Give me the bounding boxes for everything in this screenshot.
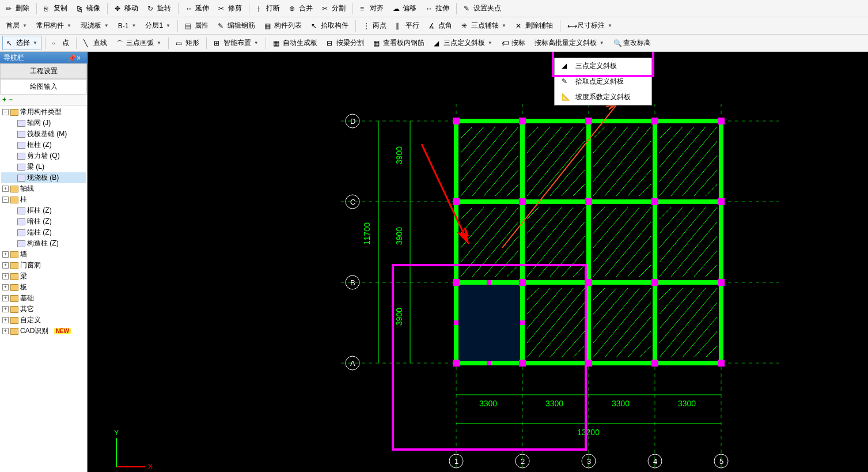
tab-project[interactable]: 工程设置 (0, 63, 87, 79)
popup-slope-coef[interactable]: 📐坡度系数定义斜板 (555, 89, 651, 105)
parallel-icon: ∥ (396, 22, 404, 30)
b1-select[interactable]: B-1▼ (115, 20, 140, 32)
move-button[interactable]: ✥移动 (111, 2, 142, 15)
common-select[interactable]: 常用构件▼ (33, 19, 75, 32)
del-aux-button[interactable]: ✕删除辅轴 (512, 19, 556, 32)
close-icon[interactable]: × (77, 54, 84, 61)
tree-remove-icon[interactable]: − (9, 96, 13, 104)
delete-button[interactable]: ✏删除 (2, 2, 33, 15)
rect-button[interactable]: ▭矩形 (172, 36, 203, 50)
svg-line-95 (527, 288, 573, 343)
svg-line-76 (639, 265, 651, 277)
pick-button[interactable]: ↖拾取构件 (308, 19, 352, 32)
tree-custom[interactable]: +自定义 (1, 315, 86, 326)
tree-foundation[interactable]: +基础 (1, 293, 86, 304)
point-angle-button[interactable]: ∡点角 (425, 19, 456, 32)
parallel-button[interactable]: ∥平行 (392, 19, 423, 32)
break-icon: ⟊ (256, 5, 264, 13)
cast-select[interactable]: 现浇板▼ (77, 19, 112, 32)
two-point-button[interactable]: ⋮两点 (359, 19, 390, 32)
svg-line-113 (659, 288, 706, 343)
view-rebar-button[interactable]: ▦查看板内钢筋 (370, 36, 428, 50)
select-button[interactable]: ↖选择▼ (2, 36, 41, 50)
cad-canvas[interactable]: D C B A 1 2 3 4 5 3300 3300 3300 3300 13… (88, 52, 868, 472)
align-button[interactable]: ≡对齐 (357, 2, 387, 15)
svg-line-40 (639, 184, 651, 196)
tree-other[interactable]: +其它 (1, 304, 86, 315)
tree-add-icon[interactable]: + (2, 96, 6, 104)
svg-line-81 (659, 207, 717, 277)
tree-wall[interactable]: +墙 (1, 249, 86, 260)
trim-button[interactable]: ✂修剪 (215, 2, 245, 15)
svg-line-75 (628, 251, 651, 277)
component-list-button[interactable]: ▦构件列表 (261, 19, 305, 32)
tree-shear-wall[interactable]: 剪力墙 (Q) (1, 150, 86, 161)
line-icon: ╲ (84, 39, 92, 47)
tree-common-types[interactable]: −常用构件类型 (1, 107, 86, 118)
split-beam-button[interactable]: ⊟按梁分割 (323, 36, 367, 50)
edit-rebar-button[interactable]: ✎编辑钢筋 (214, 19, 259, 32)
tree-frame-col2[interactable]: 框柱 (Z) (1, 205, 86, 216)
dim-button[interactable]: ⟷尺寸标注▼ (564, 19, 616, 32)
grip-icon: ✎ (464, 5, 472, 13)
line-button[interactable]: ╲直线 (80, 36, 111, 50)
tree-end-col[interactable]: 端柱 (Z) (1, 227, 86, 238)
extend-button[interactable]: ↔延伸 (182, 2, 213, 15)
point-button[interactable]: ▫点 (49, 36, 73, 50)
tree-axis-line[interactable]: +轴线 (1, 183, 86, 194)
merge-icon: ⊕ (289, 5, 297, 13)
pin-icon[interactable]: 📌 (67, 54, 74, 61)
split-button[interactable]: ✂分割 (319, 2, 349, 15)
by-label-button[interactable]: 🏷按标 (498, 36, 529, 50)
stretch-button[interactable]: ↔拉伸 (422, 2, 453, 15)
smart-button[interactable]: ⊞智能布置▼ (210, 36, 262, 50)
svg-line-106 (593, 288, 616, 314)
arc3-button[interactable]: ⌒三点画弧▼ (113, 36, 165, 50)
rotate-button[interactable]: ↻旋转 (144, 2, 175, 15)
wall-icon (17, 153, 25, 160)
copy-button[interactable]: ⎘复制 (40, 2, 71, 15)
svg-line-22 (507, 184, 518, 196)
tree-frame-col[interactable]: 框柱 (Z) (1, 139, 86, 150)
props-button[interactable]: ▤属性 (181, 19, 212, 32)
tab-draw-input[interactable]: 绘图输入 (0, 79, 87, 95)
svg-rect-131 (519, 198, 526, 205)
svg-line-73 (605, 222, 651, 277)
set-grip-button[interactable]: ✎设置夹点 (460, 2, 505, 15)
offset-button[interactable]: ☁偏移 (389, 2, 420, 15)
rotate-icon: ↻ (147, 5, 156, 13)
tree-hidden-col[interactable]: 暗柱 (Z) (1, 216, 86, 227)
selected-slab[interactable] (458, 285, 520, 361)
svg-line-109 (671, 303, 717, 357)
merge-button[interactable]: ⊕合并 (286, 2, 316, 15)
tree-axis-net[interactable]: 轴网 (J) (1, 118, 86, 129)
svg-marker-177 (459, 228, 468, 242)
popup-pick-point[interactable]: ✎拾取点定义斜板 (555, 74, 651, 89)
mirror-button[interactable]: ⧎镜像 (73, 2, 104, 15)
tree-cad-recog[interactable]: +CAD识别 NEW (1, 326, 86, 337)
annotation-arrow-red (422, 144, 468, 242)
tree-constr-col[interactable]: 构造柱 (Z) (1, 238, 86, 249)
svg-text:Y: Y (114, 429, 119, 437)
svg-rect-121 (487, 280, 491, 285)
tree-beam2[interactable]: +梁 (1, 271, 86, 282)
tree-cast-slab[interactable]: 现浇板 (B) (1, 172, 86, 183)
svg-line-88 (659, 207, 683, 233)
break-button[interactable]: ⟊打断 (253, 2, 283, 15)
tree-opening[interactable]: +门窗洞 (1, 260, 86, 271)
check-elev-button[interactable]: 🔍查改标高 (610, 36, 654, 50)
layer-select[interactable]: 分层1▼ (142, 19, 174, 32)
tree-raft[interactable]: 筏板基础 (M) (1, 129, 86, 139)
tree-slab[interactable]: +板 (1, 282, 86, 293)
svg-rect-127 (585, 118, 592, 124)
component-tree[interactable]: −常用构件类型 轴网 (J) 筏板基础 (M) 框柱 (Z) 剪力墙 (Q) 梁… (0, 105, 87, 472)
three-aux-button[interactable]: ✳三点辅轴▼ (458, 19, 510, 32)
three-slope-button[interactable]: ◢三点定义斜板▼ (430, 36, 496, 50)
popup-three-point[interactable]: ◢三点定义斜板 (555, 58, 651, 74)
tree-beam[interactable]: 梁 (L) (1, 161, 86, 172)
floor-select[interactable]: 首层▼ (2, 19, 31, 32)
tree-column[interactable]: −柱 (1, 194, 86, 205)
svg-line-108 (659, 288, 717, 357)
by-elev-button[interactable]: 按标高批量定义斜板▼ (531, 36, 608, 50)
auto-slab-button[interactable]: ▦自动生成板 (270, 36, 321, 50)
